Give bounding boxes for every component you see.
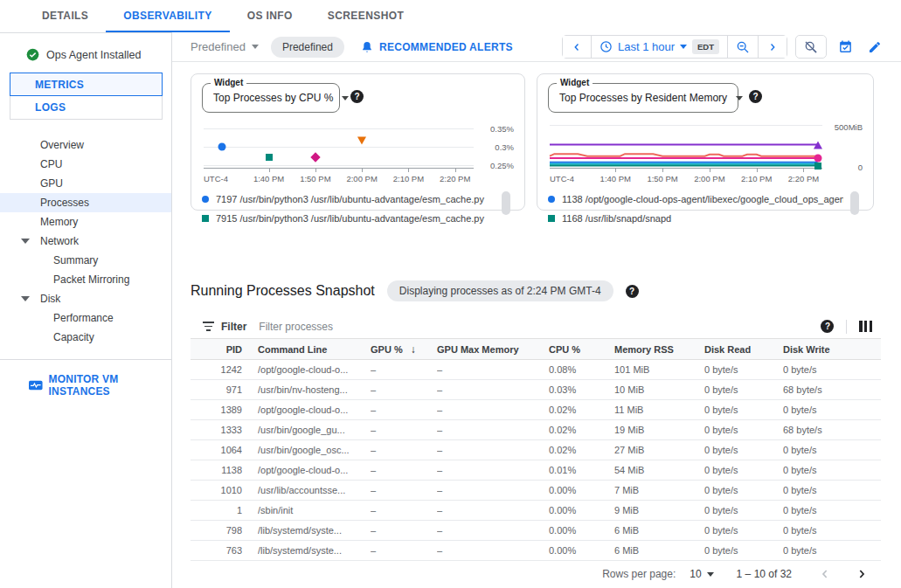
table-row: 1010/usr/lib/accountsse...––0.00%7 MiB0 …	[191, 481, 881, 501]
next-page-button[interactable]	[853, 565, 870, 583]
table-row: 1333/usr/bin/google_gu...––0.02%19 MiB0 …	[191, 420, 881, 440]
collapse-arrow-icon[interactable]	[21, 239, 30, 244]
sidebar-item-packet-mirroring[interactable]: Packet Mirroring	[0, 270, 171, 289]
x-tick-mark	[269, 169, 270, 172]
zoom-out-button[interactable]	[727, 36, 758, 58]
y-gridline	[204, 165, 474, 166]
column-header-gpu-max-memory[interactable]: GPU Max Memory	[437, 344, 533, 355]
memory-chart-xlabels: 1:40 PM1:50 PM2:00 PM2:10 PM2:20 PMUTC-4	[550, 174, 822, 183]
sidebar-item-disk[interactable]: Disk	[0, 289, 171, 308]
x-tick-mark	[408, 169, 409, 172]
x-tick-label: 1:40 PM	[253, 174, 284, 183]
sidebar-item-performance[interactable]: Performance	[0, 308, 171, 328]
tab-details[interactable]: DETAILS	[24, 0, 106, 32]
time-forward-button[interactable]	[758, 36, 787, 58]
x-tick-label: 2:10 PM	[741, 174, 772, 183]
tab-bar: DETAILSOBSERVABILITYOS INFOSCREENSHOT	[0, 0, 901, 32]
table-cell: 27 MiB	[614, 445, 689, 455]
timezone-badge[interactable]: EDT	[692, 39, 719, 54]
help-icon[interactable]: ?	[821, 320, 834, 333]
column-header-pid[interactable]: PID	[191, 344, 242, 355]
sidebar-item-capacity[interactable]: Capacity	[0, 328, 171, 347]
x-tick-mark	[315, 169, 316, 172]
legend-scrollbar[interactable]	[502, 191, 510, 215]
y-gridline	[204, 147, 474, 148]
sort-descending-icon[interactable]: ↓	[411, 343, 416, 356]
dashboard-schedule-button[interactable]	[835, 36, 856, 58]
x-tick-mark	[803, 169, 804, 172]
table-cell: 0.08%	[549, 364, 599, 375]
filter-button[interactable]: Filter	[203, 321, 246, 333]
collapse-arrow-icon[interactable]	[21, 296, 30, 301]
table-cell: –	[371, 465, 421, 475]
column-header-disk-write[interactable]: Disk Write	[783, 344, 881, 355]
table-row: 1389/opt/google-cloud-o...––0.02%11 MiB0…	[191, 400, 881, 420]
sidebar-item-network[interactable]: Network	[0, 232, 171, 251]
legend-item[interactable]: 7915 /usr/bin/python3 /usr/lib/ubuntu-ad…	[202, 209, 495, 228]
column-header-gpu[interactable]: GPU %↓	[371, 343, 421, 356]
column-display-icon[interactable]	[859, 321, 872, 332]
table-cell: /sbin/init	[258, 505, 355, 515]
monitor-vm-instances-link[interactable]: MONITOR VM INSTANCES	[29, 373, 171, 398]
table-cell: 763	[191, 545, 242, 556]
table-cell: –	[371, 545, 421, 556]
sidebar-divider	[0, 359, 171, 360]
column-header-command-line[interactable]: Command Line	[258, 344, 355, 355]
legend-scrollbar[interactable]	[850, 191, 859, 215]
tab-os-info[interactable]: OS INFO	[230, 0, 310, 32]
sidebar-section-metrics[interactable]: METRICS	[10, 73, 163, 96]
filter-input[interactable]	[259, 321, 821, 333]
x-tick-label: 1:50 PM	[300, 174, 330, 183]
help-icon[interactable]: ?	[626, 285, 639, 298]
recommended-alerts-button[interactable]: RECOMMENDED ALERTS	[360, 40, 513, 54]
memory-widget-card: Widget Top Processes by Resident Memory …	[537, 73, 874, 211]
sidebar-item-cpu[interactable]: CPU	[0, 155, 171, 174]
sidebar-item-processes[interactable]: Processes	[0, 193, 171, 212]
table-cell: 101 MiB	[614, 364, 689, 375]
table-cell: –	[437, 384, 533, 395]
sidebar-item-label: Processes	[40, 197, 89, 209]
table-cell: 10 MiB	[614, 384, 689, 395]
cpu-widget-card: Widget Top Processes by CPU % ? 0.35%0.3…	[191, 73, 525, 211]
sidebar-item-label: Packet Mirroring	[53, 273, 129, 286]
time-range-selector[interactable]: Last 1 hour EDT	[591, 36, 727, 58]
help-icon[interactable]: ?	[749, 90, 762, 103]
rows-per-page-select[interactable]: 10	[690, 568, 713, 580]
sidebar-item-gpu[interactable]: GPU	[0, 174, 171, 193]
table-cell: –	[371, 405, 421, 415]
column-header-memory-rss[interactable]: Memory RSS	[614, 344, 689, 355]
help-icon[interactable]: ?	[350, 90, 364, 103]
x-axis-utc-label: UTC-4	[204, 174, 228, 183]
sidebar-item-summary[interactable]: Summary	[0, 251, 171, 270]
tab-screenshot[interactable]: SCREENSHOT	[310, 0, 421, 32]
rows-per-page-label: Rows per page:	[602, 568, 676, 580]
x-tick-mark	[710, 169, 710, 172]
table-cell: 0 byte/s	[783, 545, 881, 556]
edit-dashboard-button[interactable]	[864, 37, 885, 58]
predefined-chip[interactable]: Predefined	[271, 37, 344, 58]
table-cell: –	[371, 445, 421, 455]
table-cell: –	[437, 545, 533, 556]
column-header-disk-read[interactable]: Disk Read	[704, 344, 767, 355]
tab-observability[interactable]: OBSERVABILITY	[106, 0, 229, 32]
check-circle-icon	[26, 48, 39, 61]
table-cell: 0 byte/s	[783, 405, 881, 415]
sidebar-item-memory[interactable]: Memory	[0, 212, 171, 232]
sidebar-section-logs[interactable]: LOGS	[10, 96, 163, 120]
widget-select-cpu[interactable]: Widget Top Processes by CPU %	[202, 83, 340, 113]
time-back-button[interactable]	[563, 36, 591, 58]
legend-item[interactable]: 1138 /opt/google-cloud-ops-agent/libexec…	[548, 190, 843, 209]
chevron-left-icon	[571, 41, 583, 53]
disable-zoom-button[interactable]	[796, 36, 826, 58]
legend-item[interactable]: 1168 /usr/lib/snapd/snapd	[548, 209, 843, 228]
widget-select-memory[interactable]: Widget Top Processes by Resident Memory	[548, 83, 738, 113]
cpu-chart-xlabels: 1:40 PM1:50 PM2:00 PM2:10 PM2:20 PMUTC-4	[204, 174, 474, 183]
column-header-cpu[interactable]: CPU %	[549, 344, 599, 355]
chevron-down-icon	[252, 45, 259, 49]
predefined-dropdown[interactable]: Predefined	[191, 40, 259, 53]
previous-page-button[interactable]	[816, 565, 834, 583]
sidebar-item-overview[interactable]: Overview	[0, 135, 171, 155]
legend-item[interactable]: 7197 /usr/bin/python3 /usr/lib/ubuntu-ad…	[202, 190, 495, 209]
chevron-down-icon	[707, 572, 714, 577]
legend-marker-square	[548, 215, 555, 222]
